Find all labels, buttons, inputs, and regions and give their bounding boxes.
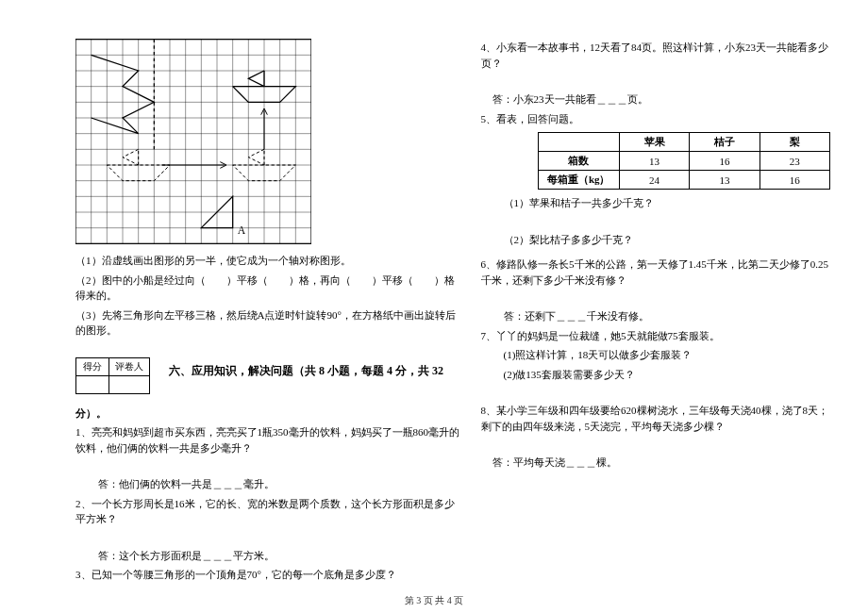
score-label-marker: 评卷人 <box>109 357 150 375</box>
question-2: 2、一个长方形周长是16米，它的长、宽的米数是两个质数，这个长方形面积是多少平方… <box>75 496 462 527</box>
question-3: 3、已知一个等腰三角形的一个顶角是70°，它的每一个底角是多少度？ <box>75 567 462 583</box>
section-six-title-tail: 分）。 <box>75 406 462 422</box>
question-7: 7、丫丫的妈妈是一位裁缝，她5天就能做75套服装。 <box>481 328 831 344</box>
grid-figure: A <box>75 38 311 245</box>
table-header-blank <box>538 133 619 152</box>
table-cell: 23 <box>760 152 829 171</box>
table-cell: 16 <box>690 152 760 171</box>
svg-rect-0 <box>75 40 311 244</box>
table-cell: 16 <box>760 171 829 190</box>
question-5-sub1: （1）苹果和桔子一共多少千克？ <box>481 195 831 211</box>
question-4: 4、小东看一本故事书，12天看了84页。照这样计算，小东23天一共能看多少页？ <box>481 40 831 71</box>
question-7-sub2: (2)做135套服装需要多少天？ <box>481 367 831 383</box>
left-column: A （1）沿虚线画出图形的另一半，使它成为一个轴对称图形。 （2）图中的小船是经… <box>66 38 472 594</box>
sub-question-2: （2）图中的小船是经过向（ ）平移（ ）格，再向（ ）平移（ ）格得来的。 <box>75 273 462 304</box>
table-cell: 24 <box>619 171 689 190</box>
sub-question-1: （1）沿虚线画出图形的另一半，使它成为一个轴对称图形。 <box>75 253 462 269</box>
table-cell: 13 <box>690 171 760 190</box>
question-6: 6、修路队修一条长5千米的公路，第一天修了1.45千米，比第二天少修了0.25千… <box>481 257 831 288</box>
score-blank-1 <box>76 375 109 393</box>
page-footer: 第 3 页 共 4 页 <box>0 594 868 607</box>
page-container: A （1）沿虚线画出图形的另一半，使它成为一个轴对称图形。 （2）图中的小船是经… <box>0 0 868 613</box>
question-5: 5、看表，回答问题。 <box>481 111 831 127</box>
question-8-answer: 答：平均每天浇＿＿＿棵。 <box>481 455 831 471</box>
score-label-score: 得分 <box>76 357 109 375</box>
question-1: 1、亮亮和妈妈到超市买东西，亮亮买了1瓶350毫升的饮料，妈妈买了一瓶860毫升… <box>75 424 462 456</box>
sub-question-3: （3）先将三角形向左平移三格，然后绕A点逆时针旋转90°，在方格纸中画出旋转后的… <box>75 307 462 339</box>
table-header-apple: 苹果 <box>619 133 689 152</box>
table-row: 箱数 13 16 23 <box>538 152 830 171</box>
question-6-answer: 答：还剩下＿＿＿千米没有修。 <box>481 308 831 324</box>
question-5-sub2: （2）梨比桔子多多少千克？ <box>481 232 831 248</box>
table-row-label-1: 箱数 <box>538 152 619 171</box>
question-8: 8、某小学三年级和四年级要给620棵树浇水，三年级每天浇40棵，浇了8天；剩下的… <box>481 403 831 434</box>
right-column: 4、小东看一本故事书，12天看了84页。照这样计算，小东23天一共能看多少页？ … <box>472 38 841 594</box>
table-cell: 13 <box>619 152 689 171</box>
question-4-answer: 答：小东23天一共能看＿＿＿页。 <box>481 91 831 108</box>
table-header-row: 苹果 桔子 梨 <box>538 133 830 152</box>
question-1-answer: 答：他们俩的饮料一共是＿＿＿毫升。 <box>75 476 462 492</box>
section-six-title: 六、应用知识，解决问题（共 8 小题，每题 4 分，共 32 <box>169 363 443 379</box>
table-header-pear: 梨 <box>760 133 829 152</box>
table-header-orange: 桔子 <box>690 133 760 152</box>
data-table: 苹果 桔子 梨 箱数 13 16 23 每箱重（kg） 24 13 16 <box>538 132 831 190</box>
table-row: 每箱重（kg） 24 13 16 <box>538 171 830 190</box>
table-row-label-2: 每箱重（kg） <box>538 171 619 190</box>
question-7-sub1: (1)照这样计算，18天可以做多少套服装？ <box>481 347 831 363</box>
score-box: 得分 评卷人 <box>75 357 150 394</box>
question-2-answer: 答：这个长方形面积是＿＿＿平方米。 <box>75 548 462 564</box>
a-label: A <box>238 224 246 237</box>
score-blank-2 <box>109 375 150 393</box>
